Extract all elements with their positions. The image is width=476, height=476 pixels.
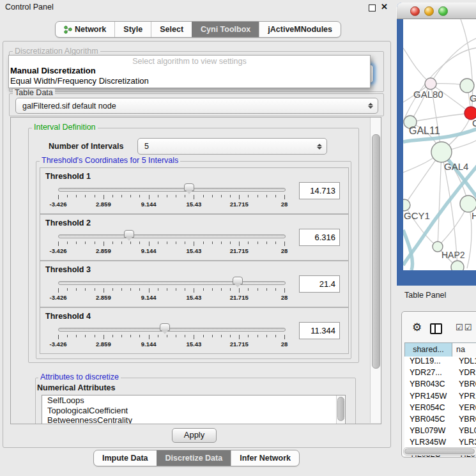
gear-icon[interactable]: ⚙	[412, 321, 422, 334]
table-data-value: galFiltered.sif default node	[16, 102, 367, 111]
number-of-intervals-select[interactable]: 5	[137, 138, 327, 155]
table-data-select[interactable]: galFiltered.sif default node	[15, 98, 378, 114]
table-cell-name[interactable]: YBR0	[459, 380, 476, 388]
settings-scrollbar-thumb[interactable]	[372, 134, 380, 369]
threshold-slider-track[interactable]	[58, 281, 286, 285]
network-node[interactable]	[425, 78, 436, 89]
slider-tick	[239, 242, 240, 246]
threshold-panel-4: Threshold 4-3.4262.8599.14415.4321.71528…	[40, 307, 349, 354]
tab-discretize-data[interactable]: Discretize Data	[157, 450, 231, 466]
slider-tick	[95, 288, 95, 291]
threshold-value-field[interactable]: 11.344	[299, 322, 340, 339]
table-cell-name[interactable]: YDL1	[459, 357, 476, 365]
column-header-shared[interactable]: shared...	[404, 342, 452, 357]
table-cell-name[interactable]: YDR2	[459, 368, 476, 377]
tab-cyni-toolbox[interactable]: Cyni Toolbox	[192, 22, 259, 37]
threshold-slider-track[interactable]	[58, 234, 286, 238]
slider-tick	[185, 288, 185, 291]
slider-tick-label: 9.144	[141, 341, 157, 348]
table-cell-shared[interactable]: YBR043C	[410, 380, 445, 388]
table-cell-shared[interactable]: YBL079W	[410, 426, 445, 435]
slider-tick	[230, 288, 231, 291]
popup-item-manual-discretization[interactable]: Manual Discretization	[10, 66, 96, 75]
attribute-item[interactable]: SelfLoops	[42, 395, 345, 406]
intervals-value: 5	[138, 142, 316, 151]
network-window-titlebar[interactable]	[397, 3, 476, 19]
node-label-gal4: GAL4	[444, 161, 468, 172]
threshold-slider-handle[interactable]	[124, 230, 134, 238]
slider-tick-label: 21.715	[230, 294, 249, 301]
slider-tick-label: 9.144	[141, 294, 157, 301]
table-hscrollbar[interactable]	[403, 447, 476, 456]
slider-tick	[139, 288, 140, 291]
threshold-slider-handle[interactable]	[160, 323, 170, 331]
close-icon[interactable]: ✕	[381, 2, 388, 12]
table-cell-shared[interactable]: YDL19...	[410, 357, 441, 365]
slider-tick	[85, 335, 86, 337]
popup-item-equal-width[interactable]: Equal Width/Frequency Discretization	[10, 76, 149, 86]
slider-tick	[284, 242, 285, 246]
slider-tick	[67, 335, 68, 337]
tab-infer-network[interactable]: Infer Network	[231, 450, 299, 466]
float-window-icon[interactable]	[369, 4, 376, 12]
slider-tick-label: -3.426	[50, 247, 67, 254]
slider-tick	[121, 195, 122, 197]
slider-tick	[230, 195, 231, 197]
tab-impute-data[interactable]: Impute Data	[94, 450, 157, 466]
slider-tick	[230, 242, 231, 244]
threshold-slider-track[interactable]	[58, 188, 286, 192]
table-cell-name[interactable]: YLR3	[459, 438, 476, 447]
slider-tick	[112, 335, 113, 337]
slider-tick	[284, 288, 285, 293]
table-cell-shared[interactable]: YBR045C	[410, 415, 445, 424]
table-cell-name[interactable]: YBR0	[459, 415, 476, 424]
tab-network[interactable]: Network	[56, 22, 114, 37]
table-cell-name[interactable]: YER0	[459, 403, 476, 412]
checkbox-icons[interactable]: ☑☑	[456, 323, 473, 332]
column-layout-icon[interactable]	[430, 323, 442, 334]
threshold-label: Threshold 1	[45, 172, 91, 181]
close-traffic-light[interactable]	[410, 6, 420, 16]
table-hscrollbar-thumb[interactable]	[404, 449, 475, 454]
minimize-traffic-light[interactable]	[424, 6, 434, 16]
tab-style[interactable]: Style	[114, 22, 151, 37]
slider-tick-label: 15.43	[187, 294, 202, 301]
network-node[interactable]	[460, 79, 474, 93]
table-cell-name[interactable]: YPR1	[459, 392, 476, 401]
slider-tick-label: 2.859	[96, 247, 111, 254]
table-cell-shared[interactable]: YDR27...	[410, 368, 442, 377]
node-label-gal11: GAL11	[409, 125, 440, 137]
threshold-slider-track[interactable]	[58, 328, 286, 332]
attribute-item[interactable]: TopologicalCoefficient	[42, 406, 345, 416]
slider-tick	[221, 335, 222, 337]
apply-button[interactable]: Apply	[172, 428, 217, 443]
table-cell-shared[interactable]: YER054C	[410, 403, 445, 412]
threshold-slider-handle[interactable]	[184, 183, 194, 191]
threshold-value-field[interactable]: 14.713	[299, 182, 340, 199]
table-panel-title: Table Panel	[404, 291, 446, 300]
table-cell-name[interactable]: YBL0	[459, 426, 476, 435]
node-label-h: H	[472, 210, 476, 221]
attribute-item[interactable]: BetweennessCentrality	[42, 415, 345, 424]
slider-tick	[95, 335, 95, 337]
tab-jactivemnodules[interactable]: jActiveMNodules	[259, 22, 341, 37]
tab-select[interactable]: Select	[151, 22, 192, 37]
zoom-traffic-light[interactable]	[438, 6, 448, 16]
network-canvas[interactable]: GAL80GACGAL11GAL4GCY1HHAP2	[403, 19, 476, 270]
network-node[interactable]	[431, 142, 452, 162]
threshold-panel-2: Threshold 2-3.4262.8599.14415.4321.71528…	[40, 214, 349, 261]
numerical-attributes-list[interactable]: SelfLoopsTopologicalCoefficientBetweenne…	[42, 395, 346, 424]
table-cell-shared[interactable]: YLR345W	[410, 438, 446, 447]
threshold-slider-handle[interactable]	[233, 277, 243, 284]
network-node[interactable]	[451, 261, 464, 270]
slider-tick	[212, 242, 213, 244]
threshold-value-field[interactable]: 6.316	[299, 229, 340, 246]
column-header-name[interactable]: na	[452, 342, 476, 357]
table-cell-shared[interactable]: YPR145W	[410, 392, 447, 401]
threshold-value-field[interactable]: 21.4	[299, 275, 340, 293]
settings-scrollbar[interactable]	[370, 118, 381, 423]
slider-tick	[104, 288, 104, 293]
attributes-list-scrollbar[interactable]	[336, 395, 344, 424]
number-of-intervals-label: Number of Intervals	[49, 142, 123, 151]
network-node[interactable]	[403, 199, 410, 211]
